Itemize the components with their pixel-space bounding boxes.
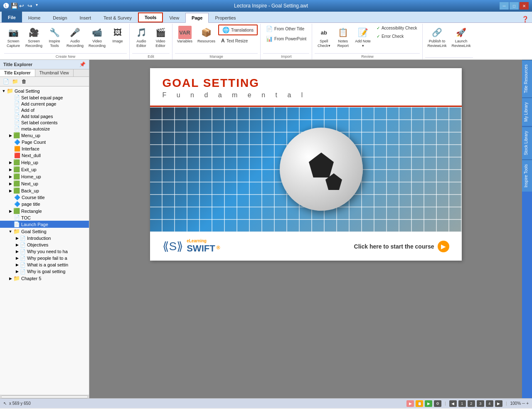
expander-root[interactable]: ▼ xyxy=(1,88,7,94)
text-resize-button[interactable]: A Text Resize xyxy=(218,37,258,45)
from-powerpoint-button[interactable]: 📊 From PowerPoint xyxy=(263,34,309,43)
tree-item-menu-up[interactable]: ▶ 🟩 Menu_up xyxy=(0,132,89,139)
qat-save[interactable]: 💾 xyxy=(11,2,17,9)
sidebar-pin-icon[interactable]: 📌 xyxy=(79,62,86,67)
tab-page[interactable]: Page xyxy=(185,13,209,23)
resources-button[interactable]: 📦 Resources xyxy=(195,25,217,45)
expander-home[interactable]: ▶ xyxy=(7,174,13,180)
status-nav-1[interactable]: 1 xyxy=(458,400,466,407)
status-icon-3[interactable]: ▶ xyxy=(425,400,432,407)
status-nav-3[interactable]: 3 xyxy=(477,400,484,407)
tree-item-help-up[interactable]: ▶ 🟩 Help_up xyxy=(0,159,89,166)
expander-back[interactable]: ▶ xyxy=(7,188,13,194)
inspire-tools-button[interactable]: 🔧 InspireTools xyxy=(45,25,64,49)
sidebar-tab-title-explorer[interactable]: Title Explorer xyxy=(0,69,35,76)
minimize-button[interactable]: ─ xyxy=(500,2,509,10)
expander-goal-ch[interactable]: ▼ xyxy=(7,229,13,234)
tree-item-add-of[interactable]: 📄 Add of xyxy=(0,107,89,113)
status-nav-next[interactable]: ▶ xyxy=(495,400,502,407)
expander-next-up[interactable]: ▶ xyxy=(7,181,13,187)
video-recording-button[interactable]: 📹 VideoRecording xyxy=(86,25,108,49)
start-course-button[interactable]: Click here to start the course ▶ xyxy=(354,241,449,252)
launch-reviewlink-button[interactable]: 🚀 LaunchReviewLink xyxy=(450,25,473,49)
qat-redo[interactable]: ↪ xyxy=(27,2,34,9)
tree-item-set-label-contents[interactable]: 📄 Set label contents xyxy=(0,119,89,126)
expander-why-fail[interactable]: ▶ xyxy=(14,255,20,261)
tree-item-back-up[interactable]: ▶ 🟩 Back_up xyxy=(0,187,89,194)
tab-view[interactable]: View xyxy=(163,12,185,22)
close-button[interactable]: ✕ xyxy=(520,2,529,10)
sidebar-folder-btn[interactable]: 📁 xyxy=(11,78,19,85)
audio-recording-button[interactable]: 🎤 AudioRecording xyxy=(64,25,86,49)
tree-item-why-goal[interactable]: ▶ 📄 Why is goal setting xyxy=(0,268,89,275)
add-note-button[interactable]: 📝 Add Note▾ xyxy=(353,25,373,49)
notes-report-button[interactable]: 📋 NotesReport xyxy=(334,25,352,49)
tree-item-add-total-pages[interactable]: 📄 Add total pages xyxy=(0,113,89,119)
error-check-button[interactable]: ✓ Error Check xyxy=(374,33,420,40)
right-tab-stock-library[interactable]: Stock Library xyxy=(522,126,532,159)
maximize-button[interactable]: □ xyxy=(510,2,519,10)
status-icon-1[interactable]: ▶ xyxy=(406,400,414,407)
canvas-area[interactable]: GOAL SETTING F u n d a m e n t a l ⟪S⟫ e… xyxy=(89,60,522,398)
tree-item-next-up[interactable]: ▶ 🟩 Next_up xyxy=(0,180,89,187)
right-tab-inspire-tools[interactable]: Inspire Tools xyxy=(522,160,532,192)
qat-more[interactable]: ▾ xyxy=(36,2,42,9)
image-button[interactable]: 🖼 Image xyxy=(108,25,127,45)
sidebar-new-btn[interactable]: 📄 xyxy=(2,78,10,85)
tree-item-interface[interactable]: 🟧 Interface xyxy=(0,145,89,152)
tree-item-chapter5[interactable]: ▶ 📁 Chapter 5 xyxy=(0,275,89,282)
tree-item-rectangle[interactable]: ▶ 🟩 Rectangle xyxy=(0,207,89,214)
screen-recording-button[interactable]: 🎥 ScreenRecording xyxy=(23,25,44,49)
screen-capture-button[interactable]: 📷 ScreenCapture xyxy=(4,25,22,49)
accessibility-check-button[interactable]: ✓ Accessibility Check xyxy=(374,25,420,32)
expander-obj[interactable]: ▶ xyxy=(14,242,20,248)
expander-launch[interactable] xyxy=(7,222,13,227)
tree-item-exit-up[interactable]: ▶ 🟩 Exit_up xyxy=(0,166,89,173)
status-nav-prev[interactable]: ◀ xyxy=(449,400,457,407)
tab-file[interactable]: File xyxy=(2,12,22,22)
tab-tools[interactable]: Tools xyxy=(138,12,163,22)
variables-button[interactable]: VAR Variables xyxy=(175,25,195,45)
expander-menu-up[interactable]: ▶ xyxy=(7,133,13,138)
expander-help[interactable]: ▶ xyxy=(7,160,13,165)
qat-undo[interactable]: ↩ xyxy=(19,2,26,9)
tree-item-why-fail[interactable]: ▶ 📄 Why people fail to a xyxy=(0,255,89,261)
status-icon-2[interactable]: 📋 xyxy=(416,400,423,407)
zoom-minus[interactable]: ─ xyxy=(522,401,525,406)
tree-item-next-dull[interactable]: 🟥 Next_dull xyxy=(0,152,89,159)
tab-insert[interactable]: Insert xyxy=(74,12,98,22)
sidebar-delete-btn[interactable]: 🗑 xyxy=(20,78,28,85)
tree-item-why-need[interactable]: ▶ 📄 Why you need to ha xyxy=(0,248,89,255)
audio-editor-button[interactable]: 🎵 AudioEditor xyxy=(132,25,150,49)
expander-intro[interactable]: ▶ xyxy=(14,235,20,241)
expander-why-goal[interactable]: ▶ xyxy=(14,269,20,274)
status-nav-2[interactable]: 2 xyxy=(468,400,475,407)
from-other-title-button[interactable]: 📄 From Other Title xyxy=(263,25,307,33)
tree-item-page-title[interactable]: 🔷 page title xyxy=(0,201,89,207)
expander-rect[interactable]: ▶ xyxy=(7,208,13,214)
status-nav-4[interactable]: 4 xyxy=(486,400,493,407)
tree-item-objectives[interactable]: ▶ 📄 Objectives xyxy=(0,241,89,248)
tree-item-what-goal[interactable]: ▶ 📄 What is a goal settin xyxy=(0,261,89,268)
sidebar-scrollbar[interactable] xyxy=(0,395,89,398)
tree-item-page-count[interactable]: 🔷 Page Count xyxy=(0,139,89,145)
tree-item-set-label-equal[interactable]: 📄 Set label equal page xyxy=(0,94,89,101)
status-icon-4[interactable]: ⚙ xyxy=(434,400,441,407)
tree-item-launch-page[interactable]: 📄 Launch Page xyxy=(0,221,89,228)
right-tab-title-resources[interactable]: Title Resources xyxy=(522,60,532,97)
expander-ch5[interactable]: ▶ xyxy=(7,276,13,281)
tab-home[interactable]: Home xyxy=(22,12,47,22)
publish-reviewlink-button[interactable]: 🔗 Publish toReviewLink xyxy=(425,25,448,49)
expander-why-need[interactable]: ▶ xyxy=(14,249,20,254)
tree-item-add-current-page[interactable]: 📄 Add current page xyxy=(0,101,89,107)
tab-design[interactable]: Design xyxy=(47,12,73,22)
tree-item-home-up[interactable]: ▶ 🟩 Home_up xyxy=(0,173,89,180)
video-editor-button[interactable]: 🎬 VideoEditor xyxy=(151,25,170,49)
tab-test-survey[interactable]: Test & Survey xyxy=(97,12,138,22)
tab-properties[interactable]: Properties xyxy=(209,12,242,22)
help-icon[interactable]: ❓ xyxy=(522,16,529,22)
right-tab-my-library[interactable]: My Library xyxy=(522,98,532,126)
tree-item-goal-setting-root[interactable]: ▼ 📁 Goal Setting xyxy=(0,87,89,94)
translations-button[interactable]: 🌐 Translations xyxy=(218,25,258,35)
zoom-plus[interactable]: + xyxy=(526,401,529,406)
